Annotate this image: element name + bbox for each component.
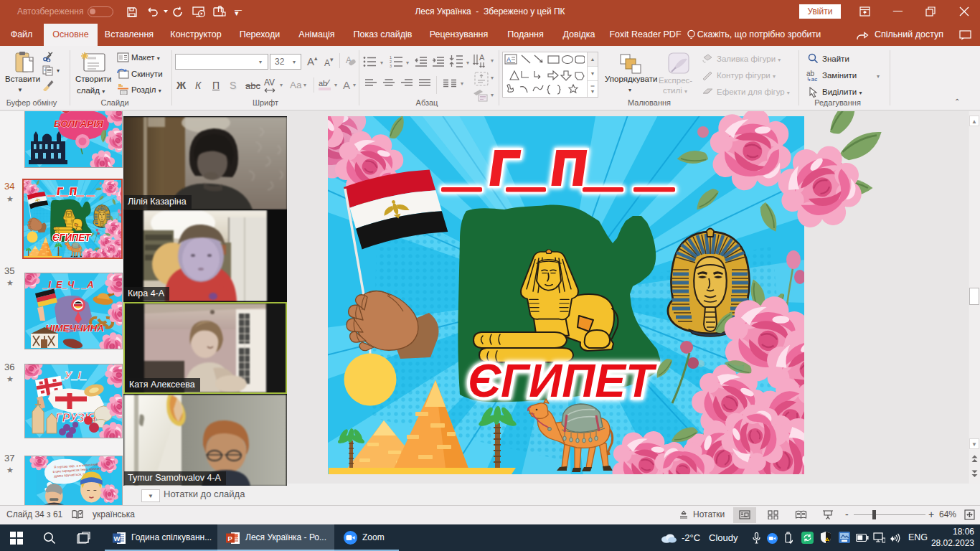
svg-text:БОЛГАРІЯ: БОЛГАРІЯ bbox=[54, 118, 104, 129]
svg-text:!: ! bbox=[826, 538, 828, 542]
svg-text:↳ac: ↳ac bbox=[806, 76, 817, 81]
svg-text:W: W bbox=[114, 534, 121, 542]
svg-text:3: 3 bbox=[390, 64, 392, 67]
svg-text:A: A bbox=[507, 56, 511, 63]
svg-text:P: P bbox=[228, 534, 233, 542]
svg-text:A: A bbox=[479, 54, 485, 62]
svg-text:_І_Е_Ч_ _А: _І_Е_Ч_ _А bbox=[42, 279, 94, 290]
